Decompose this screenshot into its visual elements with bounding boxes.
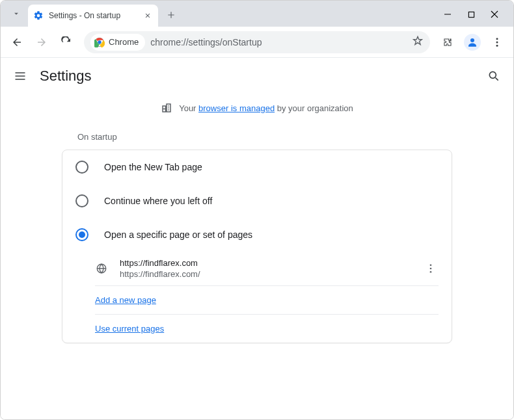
svg-point-7: [489, 72, 496, 78]
settings-search-button[interactable]: [486, 68, 502, 84]
svg-point-9: [430, 264, 432, 266]
chevron-down-icon: [12, 9, 21, 18]
radio-icon-selected: [75, 228, 88, 241]
settings-content: Settings Your browser is managed by your…: [1, 58, 513, 420]
svg-point-4: [496, 38, 498, 40]
managed-link[interactable]: browser is managed: [198, 103, 275, 113]
svg-point-3: [470, 38, 474, 42]
back-button[interactable]: [6, 31, 28, 53]
svg-point-6: [496, 44, 498, 46]
search-icon: [487, 70, 500, 83]
maximize-icon: [468, 11, 475, 18]
close-icon: [144, 12, 151, 19]
url-text: chrome://settings/onStartup: [150, 37, 262, 47]
use-current-link[interactable]: Use current pages: [95, 324, 164, 334]
globe-icon: [95, 262, 108, 275]
browser-toolbar: Chrome chrome://settings/onStartup: [1, 27, 513, 58]
address-bar[interactable]: Chrome chrome://settings/onStartup: [84, 31, 430, 53]
add-page-row: Add a new page: [62, 286, 452, 314]
svg-rect-0: [468, 12, 474, 17]
svg-point-2: [98, 40, 101, 44]
startup-page-title: https://findflarex.com: [120, 258, 411, 268]
radio-icon: [75, 161, 88, 174]
managed-text: Your browser is managed by your organiza…: [179, 103, 353, 113]
titlebar: Settings - On startup: [1, 1, 513, 27]
svg-point-10: [430, 268, 432, 270]
settings-menu-button[interactable]: [12, 68, 28, 84]
forward-button[interactable]: [31, 31, 53, 53]
plus-icon: [167, 10, 176, 20]
browser-tab[interactable]: Settings - On startup: [28, 5, 158, 27]
radio-label: Open a specific page or set of pages: [104, 230, 252, 240]
managed-banner: Your browser is managed by your organiza…: [1, 94, 513, 122]
radio-label: Open the New Tab page: [104, 162, 202, 172]
arrow-right-icon: [36, 36, 47, 48]
reload-icon: [61, 36, 72, 48]
startup-page-url: https://findflarex.com/: [120, 269, 411, 279]
window-controls: [438, 1, 508, 23]
maximize-button[interactable]: [461, 6, 481, 23]
radio-icon: [75, 194, 88, 207]
chrome-icon: [94, 37, 105, 47]
site-info-chip[interactable]: Chrome: [90, 34, 145, 51]
dots-vertical-icon: [491, 36, 503, 48]
extensions-button[interactable]: [437, 31, 459, 53]
use-current-row: Use current pages: [62, 315, 452, 343]
radio-open-new-tab[interactable]: Open the New Tab page: [62, 150, 452, 184]
hamburger-icon: [14, 70, 27, 83]
startup-page-row: https://findflarex.com https://findflare…: [62, 252, 452, 285]
startup-card: Open the New Tab page Continue where you…: [62, 150, 452, 343]
minimize-button[interactable]: [438, 6, 457, 23]
radio-specific-pages[interactable]: Open a specific page or set of pages: [62, 218, 452, 252]
profile-button[interactable]: [461, 31, 483, 53]
arrow-left-icon: [11, 36, 23, 48]
on-startup-section: On startup Open the New Tab page Continu…: [36, 122, 478, 343]
section-label: On startup: [62, 122, 452, 150]
svg-point-11: [430, 271, 432, 273]
tab-close-button[interactable]: [142, 10, 153, 21]
minimize-icon: [444, 10, 452, 18]
new-tab-button[interactable]: [162, 6, 180, 24]
startup-page-more-button[interactable]: [423, 261, 439, 276]
puzzle-icon: [442, 36, 453, 48]
page-title: Settings: [40, 68, 92, 85]
close-icon: [491, 10, 498, 18]
star-icon: [412, 35, 424, 47]
site-chip-label: Chrome: [109, 37, 139, 47]
avatar-icon: [464, 34, 481, 51]
reload-button[interactable]: [55, 31, 77, 53]
bookmark-button[interactable]: [412, 35, 424, 49]
gear-icon: [33, 10, 44, 21]
close-window-button[interactable]: [485, 6, 504, 23]
radio-continue[interactable]: Continue where you left off: [62, 184, 452, 218]
svg-point-5: [496, 41, 498, 43]
tab-title: Settings - On startup: [49, 11, 137, 20]
dots-vertical-icon: [425, 263, 437, 274]
add-page-link[interactable]: Add a new page: [95, 295, 156, 305]
settings-header: Settings: [1, 58, 513, 94]
tab-search-button[interactable]: [7, 5, 25, 23]
menu-button[interactable]: [486, 31, 508, 53]
building-icon: [161, 102, 172, 114]
radio-label: Continue where you left off: [104, 196, 212, 206]
